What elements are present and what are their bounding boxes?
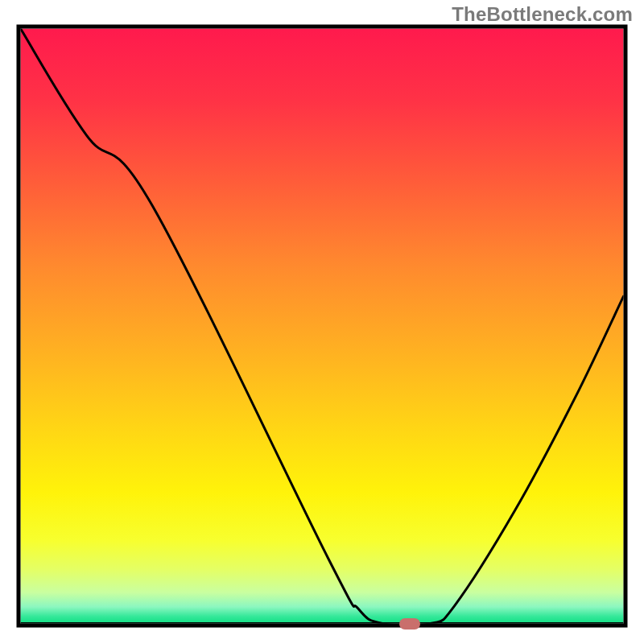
watermark-text: TheBottleneck.com xyxy=(452,3,633,26)
gradient-background xyxy=(21,29,624,624)
bottleneck-chart xyxy=(0,0,644,644)
optimal-point-marker xyxy=(399,618,420,630)
chart-container: TheBottleneck.com xyxy=(0,0,644,644)
